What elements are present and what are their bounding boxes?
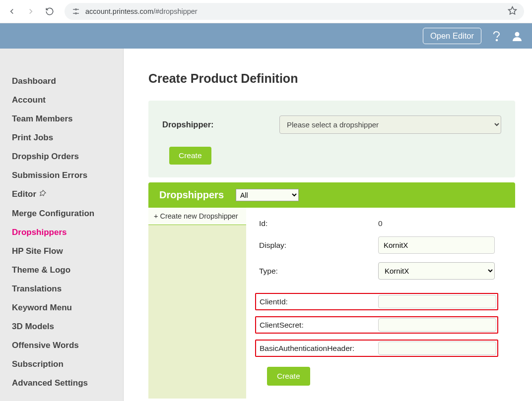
display-label: Display: [259, 241, 378, 250]
sidebar-item-advanced-settings[interactable]: Advanced Settings [0, 374, 123, 393]
svg-point-5 [75, 13, 77, 14]
dropshipper-form: Id: 0 Display: Type: KornitX [246, 208, 515, 399]
svg-point-7 [496, 39, 498, 41]
sidebar-item-merge-configuration[interactable]: Merge Configuration [0, 204, 123, 223]
svg-marker-6 [509, 6, 517, 14]
sidebar-item-account[interactable]: Account [0, 91, 123, 110]
clientsecret-row-highlighted: ClientSecret: [255, 316, 498, 334]
page-layout: DashboardAccountTeam MembersPrint JobsDr… [0, 49, 532, 401]
bookmark-star-icon[interactable] [508, 6, 517, 17]
sidebar-item-dropship-orders[interactable]: Dropship Orders [0, 147, 123, 166]
open-editor-button[interactable]: Open Editor [423, 28, 481, 44]
sidebar-item-dashboard[interactable]: Dashboard [0, 72, 123, 91]
sidebar-item-editor[interactable]: Editor [0, 185, 123, 204]
sidebar-item-offensive-words[interactable]: Offensive Words [0, 336, 123, 355]
user-icon[interactable] [511, 30, 523, 42]
clientid-label: ClientId: [257, 297, 378, 306]
main-content: Create Product Definition Dropshipper: P… [124, 49, 532, 401]
id-value: 0 [378, 219, 383, 228]
svg-rect-3 [73, 13, 75, 13]
basicauth-row-highlighted: BasicAuthenticationHeader: [255, 340, 498, 357]
sidebar-item-team-members[interactable]: Team Members [0, 110, 123, 128]
sidebar-item-theme-logo[interactable]: Theme & Logo [0, 261, 123, 280]
create-product-panel: Dropshipper: Please select a dropshipper… [148, 101, 515, 177]
svg-point-8 [515, 32, 520, 36]
sidebar-item-3d-models[interactable]: 3D Models [0, 317, 123, 336]
create-dropshipper-button[interactable]: Create [267, 367, 310, 386]
basicauth-label: BasicAuthenticationHeader: [257, 344, 378, 353]
page-title: Create Product Definition [148, 71, 515, 86]
sidebar-item-hp-site-flow[interactable]: HP Site Flow [0, 242, 123, 261]
create-product-button[interactable]: Create [169, 147, 211, 165]
sidebar-item-translations[interactable]: Translations [0, 280, 123, 298]
dropshippers-list-panel: + Create new Dropshipper [148, 208, 246, 399]
dropshippers-header: Dropshippers All [148, 182, 515, 208]
dropshippers-section: Dropshippers All + Create new Dropshippe… [148, 182, 515, 399]
editor-tools-icon [39, 190, 47, 200]
dropshipper-select[interactable]: Please select a dropshipper [279, 115, 501, 134]
id-label: Id: [259, 219, 378, 228]
svg-rect-1 [76, 9, 79, 9]
reload-button[interactable] [43, 4, 57, 18]
sidebar-item-dropshippers[interactable]: Dropshippers [0, 223, 123, 242]
create-new-dropshipper-link[interactable]: + Create new Dropshipper [148, 208, 246, 225]
url-text: account.printess.com/#dropshipper [85, 7, 503, 15]
clientid-input[interactable] [378, 295, 496, 308]
sidebar-item-print-jobs[interactable]: Print Jobs [0, 128, 123, 147]
clientsecret-input[interactable] [378, 318, 496, 332]
basicauth-input[interactable] [378, 342, 496, 355]
display-input[interactable] [378, 236, 495, 254]
site-settings-icon[interactable] [71, 7, 80, 15]
type-label: Type: [259, 267, 378, 276]
dropshipper-label: Dropshipper: [162, 120, 279, 129]
dropshippers-filter-select[interactable]: All [236, 189, 299, 201]
sidebar-item-subscription[interactable]: Subscription [0, 355, 123, 374]
svg-rect-4 [76, 13, 79, 13]
sidebar-item-keyword-menu[interactable]: Keyword Menu [0, 298, 123, 317]
type-select[interactable]: KornitX [378, 262, 495, 280]
forward-button[interactable] [24, 4, 38, 18]
svg-rect-0 [73, 9, 75, 9]
back-button[interactable] [5, 4, 19, 18]
dropshippers-heading: Dropshippers [159, 189, 224, 201]
clientsecret-label: ClientSecret: [257, 321, 378, 330]
clientid-row-highlighted: ClientId: [255, 293, 498, 310]
help-icon[interactable] [490, 30, 502, 42]
sidebar: DashboardAccountTeam MembersPrint JobsDr… [0, 49, 124, 401]
app-top-bar: Open Editor [0, 23, 532, 49]
url-bar[interactable]: account.printess.com/#dropshipper [65, 3, 524, 20]
browser-chrome: account.printess.com/#dropshipper [0, 0, 532, 23]
sidebar-item-submission-errors[interactable]: Submission Errors [0, 166, 123, 185]
svg-point-2 [75, 9, 77, 10]
